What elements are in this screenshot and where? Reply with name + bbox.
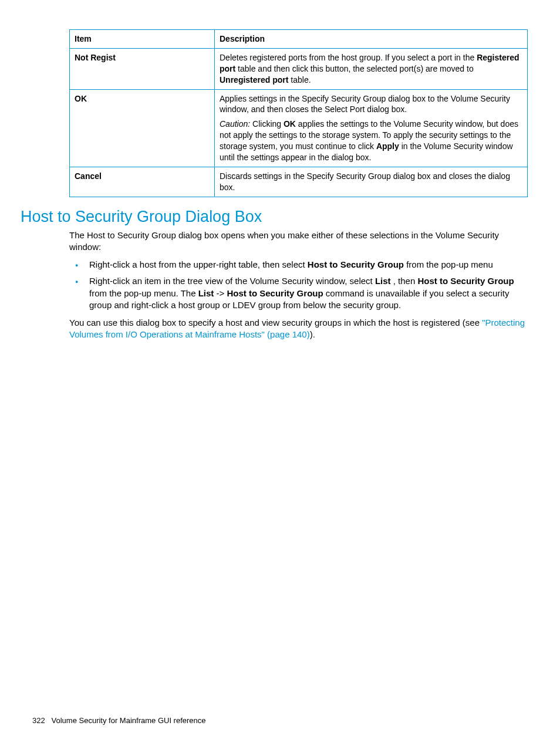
page-number: 322 — [32, 716, 45, 725]
footer-title: Volume Security for Mainframe GUI refere… — [52, 716, 206, 725]
item-cell: Not Regist — [70, 48, 215, 89]
header-item: Item — [70, 30, 215, 49]
list-item: Right-click an item in the tree view of … — [89, 275, 528, 311]
table-header-row: Item Description — [70, 30, 528, 49]
list-item: Right-click a host from the upper-right … — [89, 259, 528, 271]
table-row: Cancel Discards settings in the Specify … — [70, 167, 528, 197]
item-cell: OK — [70, 89, 215, 167]
item-cell: Cancel — [70, 167, 215, 197]
table-row: OK Applies settings in the Specify Secur… — [70, 89, 528, 167]
description-cell: Discards settings in the Specify Securit… — [215, 167, 528, 197]
page-footer: 322 Volume Security for Mainframe GUI re… — [32, 716, 206, 725]
table-row: Not Regist Deletes registered ports from… — [70, 48, 528, 89]
item-description-table: Item Description Not Regist Deletes regi… — [69, 29, 528, 197]
description-cell: Deletes registered ports from the host g… — [215, 48, 528, 89]
section-heading: Host to Security Group Dialog Box — [21, 208, 528, 226]
selection-list: Right-click a host from the upper-right … — [69, 259, 528, 311]
header-description: Description — [215, 30, 528, 49]
usage-paragraph: You can use this dialog box to specify a… — [69, 317, 528, 341]
description-cell: Applies settings in the Specify Security… — [215, 89, 528, 167]
intro-paragraph: The Host to Security Group dialog box op… — [69, 229, 528, 254]
